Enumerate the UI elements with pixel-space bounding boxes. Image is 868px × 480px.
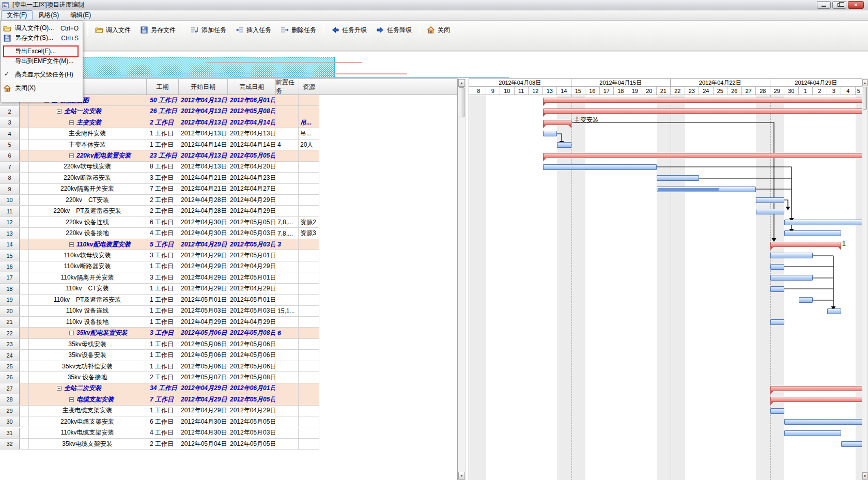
row-number-cell[interactable]: 17 (0, 272, 20, 283)
collapse-icon[interactable] (69, 331, 74, 335)
row-number-cell[interactable]: 22 (0, 328, 20, 338)
table-row[interactable]: 11220kv PT及避雷器安装2 工作日2012年04月28日2012年04月… (0, 206, 319, 217)
table-vertical-scrollbar[interactable]: ▲ ▼ (458, 79, 466, 480)
menubar-item-2[interactable]: 风络(S) (33, 10, 65, 20)
row-number-cell[interactable]: 7 (0, 162, 20, 172)
gantt-task-bar[interactable] (543, 164, 657, 170)
row-number-cell[interactable]: 23 (0, 339, 20, 349)
gantt-task-bar[interactable] (770, 319, 785, 325)
gantt-task-bar[interactable] (841, 441, 862, 447)
row-number-cell[interactable]: 20 (0, 306, 20, 316)
row-number-cell[interactable]: 6 (0, 150, 20, 161)
table-row[interactable]: 4主变附件安装1 工作日2012年04月13日2012年04月13日吊... (0, 128, 319, 139)
row-number-cell[interactable]: 18 (0, 284, 20, 294)
toolbar-button[interactable]: 任务升级 (327, 23, 371, 37)
table-row[interactable]: 14110kv配电装置安装5 工作日2012年04月29日2012年05月03日… (0, 239, 319, 250)
table-row[interactable]: 12220kv 设备连线6 工作日2012年04月30日2012年05月05日7… (0, 217, 319, 228)
gantt-task-bar[interactable] (770, 275, 813, 281)
toolbar-button[interactable]: 另存文件 (135, 23, 180, 37)
gantt-task-bar[interactable] (770, 253, 813, 258)
gantt-task-bar[interactable] (784, 419, 862, 425)
table-row[interactable]: 27全站二次安装34 工作日2012年04月29日2012年06月01日 (0, 383, 319, 394)
table-row[interactable]: 17110kv隔离开关安装3 工作日2012年04月29日2012年05月01日 (0, 272, 319, 283)
row-number-cell[interactable]: 28 (0, 394, 20, 405)
menu-item[interactable]: 导出Excel(E)... (1, 47, 83, 56)
row-number-cell[interactable]: 11 (0, 206, 20, 216)
row-number-cell[interactable]: 19 (0, 295, 20, 305)
table-row[interactable]: 2435kv设备安装1 工作日2012年05月06日2012年05月06日 (0, 350, 319, 361)
row-number-cell[interactable]: 9 (0, 184, 20, 194)
table-row[interactable]: 2635kv 设备接地2 工作日2012年05月07日2012年05月08日 (0, 372, 319, 383)
menubar-item-3[interactable]: 编辑(E) (65, 10, 97, 20)
table-row[interactable]: 18110kv CT安装1 工作日2012年04月29日2012年04月29日 (0, 284, 319, 295)
row-number-cell[interactable]: 26 (0, 372, 20, 382)
menu-item[interactable]: 关闭(X) (1, 83, 83, 93)
row-number-cell[interactable]: 12 (0, 217, 20, 227)
table-row[interactable]: 7220kv软母线安装8 工作日2012年04月13日2012年04月20日 (0, 162, 319, 173)
table-row[interactable]: 2235kv配电装置安装3 工作日2012年05月06日2012年05月08日6 (0, 328, 319, 338)
row-number-cell[interactable]: 24 (0, 350, 20, 360)
row-number-cell[interactable]: 25 (0, 361, 20, 371)
toolbar-button[interactable]: 关闭 (422, 23, 455, 37)
row-number-cell[interactable]: 31 (0, 428, 20, 438)
table-row[interactable]: 6220kv配电装置安装23 工作日2012年04月13日2012年05月05日 (0, 150, 319, 161)
gantt-vertical-scrollbar[interactable]: ▲ ▼ (862, 79, 868, 480)
scroll-up-arrow[interactable]: ▲ (458, 79, 465, 87)
gantt-task-bar[interactable] (784, 230, 841, 236)
gantt-task-bar[interactable] (657, 175, 700, 181)
toolbar-button[interactable]: 插入任务 (231, 23, 276, 37)
toolbar-button[interactable]: 添加任务 (186, 23, 231, 37)
table-row[interactable]: 16110kv断路器安装1 工作日2012年04月29日2012年04月29日 (0, 261, 319, 272)
minimize-button[interactable] (817, 1, 831, 9)
table-row[interactable]: 5主变本体安装1 工作日2012年04月14日2012年04月14日420人 (0, 140, 319, 150)
scrollbar-thumb[interactable] (459, 87, 464, 117)
collapse-icon[interactable] (69, 120, 74, 125)
collapse-icon[interactable] (69, 397, 74, 402)
row-number-cell[interactable]: 13 (0, 228, 20, 238)
toolbar-button[interactable]: 任务降级 (371, 23, 416, 37)
toolbar-button[interactable]: 调入文件 (90, 23, 135, 37)
table-row[interactable]: 29主变电缆支架安装1 工作日2012年04月29日2012年04月29日 (0, 406, 319, 416)
table-row[interactable]: 19110kv PT及避雷器安装1 工作日2012年05月01日2012年05月… (0, 295, 319, 305)
row-number-cell[interactable]: 16 (0, 261, 20, 272)
gantt-task-bar[interactable] (770, 264, 785, 270)
table-row[interactable]: 28电缆支架安装7 工作日2012年04月29日2012年05月05日 (0, 394, 319, 405)
row-number-cell[interactable]: 27 (0, 383, 20, 394)
gantt-summary-bar[interactable] (770, 397, 862, 402)
restore-button[interactable] (832, 1, 846, 9)
gantt-task-bar[interactable] (543, 131, 557, 136)
close-button[interactable]: ✕ (848, 1, 864, 9)
menu-item[interactable]: 调入文件(O)...Ctrl+O (1, 23, 83, 33)
table-row[interactable]: 2全站一次安装26 工作日2012年04月13日2012年05月08日 (0, 106, 319, 117)
gantt-task-bar[interactable] (557, 142, 571, 148)
toolbar-button[interactable]: 删除任务 (276, 23, 321, 37)
scroll-down-arrow[interactable]: ▼ (458, 472, 465, 479)
row-number-cell[interactable]: 29 (0, 406, 20, 416)
menu-item[interactable]: 导出到EMF文件(M)... (1, 56, 83, 66)
gantt-summary-bar[interactable] (543, 109, 862, 114)
row-number-cell[interactable]: 32 (0, 439, 20, 449)
gantt-task-bar[interactable] (770, 408, 785, 414)
row-number-cell[interactable]: 5 (0, 140, 20, 150)
row-number-cell[interactable]: 8 (0, 173, 20, 183)
table-row[interactable]: 30220kv电缆支架安装6 工作日2012年04月30日2012年05月05日 (0, 416, 319, 427)
row-number-cell[interactable]: 14 (0, 239, 20, 250)
gantt-summary-bar[interactable] (543, 98, 862, 103)
row-number-cell[interactable]: 2 (0, 106, 20, 116)
gantt-summary-bar[interactable] (770, 386, 862, 391)
collapse-icon[interactable] (69, 153, 74, 158)
gantt-task-bar[interactable] (756, 197, 784, 203)
table-row[interactable]: 3主变安装2 工作日2012年04月13日2012年04月14日吊... (0, 117, 319, 128)
gantt-task-bar[interactable] (827, 308, 842, 314)
table-row[interactable]: 10220kv CT安装2 工作日2012年04月28日2012年04月29日 (0, 195, 319, 206)
table-row[interactable]: 20110kv 设备连线1 工作日2012年05月03日2012年05月03日1… (0, 306, 319, 317)
collapse-icon[interactable] (57, 109, 61, 114)
menu-item[interactable]: ✓高亮显示父级任务(H) (1, 70, 83, 80)
menu-item[interactable]: 另存文件(S)...Ctrl+S (1, 33, 83, 43)
table-row[interactable]: 15110kv软母线安装3 工作日2012年04月29日2012年05月01日 (0, 250, 319, 261)
table-row[interactable]: 31110kv电缆支架安装4 工作日2012年04月30日2012年05月03日 (0, 428, 319, 439)
gantt-task-bar[interactable] (784, 220, 862, 225)
row-number-cell[interactable]: 30 (0, 416, 20, 427)
row-number-cell[interactable]: 3 (0, 117, 20, 128)
gantt-task-bar[interactable] (657, 187, 756, 192)
